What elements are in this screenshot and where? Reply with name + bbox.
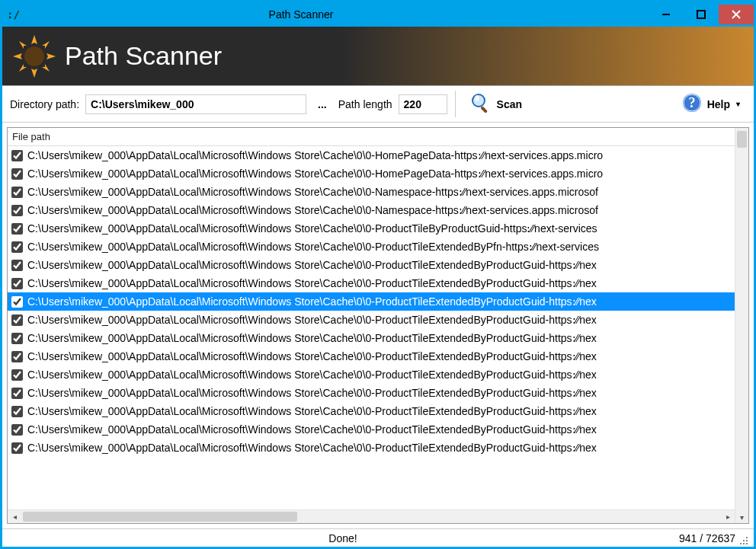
row-path: C:\Users\mikew_000\AppData\Local\Microso…: [27, 350, 597, 362]
row-path: C:\Users\mikew_000\AppData\Local\Microso…: [27, 314, 597, 326]
row-checkbox[interactable]: [11, 260, 23, 271]
table-row[interactable]: C:\Users\mikew_000\AppData\Local\Microso…: [8, 256, 735, 274]
row-path: C:\Users\mikew_000\AppData\Local\Microso…: [27, 204, 598, 216]
window-controls: [649, 5, 754, 24]
app-window: :/ Path Scanner: [2, 2, 754, 547]
row-checkbox[interactable]: [11, 187, 23, 198]
maximize-button[interactable]: [684, 5, 719, 24]
scroll-left-arrow-icon[interactable]: ◂: [8, 512, 21, 521]
table-row[interactable]: C:\Users\mikew_000\AppData\Local\Microso…: [8, 201, 735, 219]
table-row[interactable]: C:\Users\mikew_000\AppData\Local\Microso…: [8, 329, 735, 347]
dir-path-label: Directory path:: [10, 98, 79, 110]
table-row[interactable]: C:\Users\mikew_000\AppData\Local\Microso…: [8, 183, 735, 201]
svg-point-14: [475, 95, 479, 101]
svg-text:?: ?: [688, 95, 695, 110]
table-row[interactable]: C:\Users\mikew_000\AppData\Local\Microso…: [8, 219, 735, 238]
table-row[interactable]: C:\Users\mikew_000\AppData\Local\Microso…: [8, 274, 735, 292]
app-title: Path Scanner: [65, 41, 222, 71]
scroll-down-arrow-icon[interactable]: ▾: [735, 513, 748, 522]
chevron-down-icon: ▾: [736, 100, 740, 108]
svg-marker-11: [42, 64, 50, 72]
row-checkbox[interactable]: [11, 150, 23, 161]
row-checkbox[interactable]: [11, 241, 23, 253]
table-row[interactable]: C:\Users\mikew_000\AppData\Local\Microso…: [8, 146, 735, 164]
window-title: Path Scanner: [0, 8, 649, 21]
row-path: C:\Users\mikew_000\AppData\Local\Microso…: [27, 387, 597, 399]
svg-marker-8: [19, 41, 27, 49]
vertical-scrollbar[interactable]: ▾: [735, 128, 748, 523]
scan-label: Scan: [497, 98, 522, 110]
row-path: C:\Users\mikew_000\AppData\Local\Microso…: [27, 149, 603, 161]
svg-marker-4: [31, 35, 37, 44]
row-path: C:\Users\mikew_000\AppData\Local\Microso…: [27, 277, 597, 289]
row-checkbox[interactable]: [11, 168, 23, 180]
horizontal-scroll-thumb[interactable]: [23, 512, 297, 522]
svg-point-12: [24, 46, 44, 66]
row-checkbox[interactable]: [11, 205, 23, 216]
row-checkbox[interactable]: [11, 406, 23, 417]
svg-marker-6: [13, 53, 22, 59]
help-icon: ?: [681, 92, 703, 116]
row-path: C:\Users\mikew_000\AppData\Local\Microso…: [27, 332, 597, 344]
row-checkbox[interactable]: [11, 388, 23, 399]
row-path: C:\Users\mikew_000\AppData\Local\Microso…: [27, 222, 597, 235]
table-row[interactable]: C:\Users\mikew_000\AppData\Local\Microso…: [8, 365, 735, 384]
help-label: Help: [707, 98, 730, 110]
svg-rect-1: [697, 11, 705, 18]
table-row[interactable]: C:\Users\mikew_000\AppData\Local\Microso…: [8, 311, 735, 329]
row-checkbox[interactable]: [11, 424, 23, 436]
table-row[interactable]: C:\Users\mikew_000\AppData\Local\Microso…: [8, 292, 735, 311]
help-button[interactable]: ? Help ▾: [675, 89, 746, 119]
svg-marker-5: [31, 69, 37, 78]
svg-rect-15: [480, 106, 488, 113]
row-path: C:\Users\mikew_000\AppData\Local\Microso…: [27, 405, 597, 417]
title-bar[interactable]: :/ Path Scanner: [2, 2, 754, 27]
path-length-label: Path length: [338, 98, 392, 110]
results-area: File path C:\Users\mikew_000\AppData\Loc…: [2, 123, 754, 528]
row-checkbox[interactable]: [11, 314, 23, 326]
svg-marker-7: [46, 53, 56, 59]
status-counts: 941 / 72637: [679, 532, 738, 544]
app-header: Path Scanner: [2, 27, 754, 86]
column-header-file-path[interactable]: File path: [8, 128, 735, 146]
results-list[interactable]: C:\Users\mikew_000\AppData\Local\Microso…: [8, 146, 735, 509]
scroll-right-arrow-icon[interactable]: ▸: [721, 512, 735, 521]
dir-path-input[interactable]: [85, 94, 306, 114]
row-path: C:\Users\mikew_000\AppData\Local\Microso…: [27, 369, 597, 381]
row-path: C:\Users\mikew_000\AppData\Local\Microso…: [27, 442, 597, 454]
row-checkbox[interactable]: [11, 333, 23, 344]
table-row[interactable]: C:\Users\mikew_000\AppData\Local\Microso…: [8, 420, 735, 439]
table-row[interactable]: C:\Users\mikew_000\AppData\Local\Microso…: [8, 384, 735, 402]
table-row[interactable]: C:\Users\mikew_000\AppData\Local\Microso…: [8, 164, 735, 183]
row-checkbox[interactable]: [11, 442, 23, 454]
table-row[interactable]: C:\Users\mikew_000\AppData\Local\Microso…: [8, 402, 735, 420]
row-checkbox[interactable]: [11, 223, 23, 235]
row-path: C:\Users\mikew_000\AppData\Local\Microso…: [27, 241, 599, 253]
row-checkbox[interactable]: [11, 351, 23, 362]
row-path: C:\Users\mikew_000\AppData\Local\Microso…: [27, 423, 597, 436]
row-checkbox[interactable]: [11, 278, 23, 289]
resize-grip-icon[interactable]: [738, 535, 749, 546]
svg-marker-10: [19, 64, 27, 72]
vertical-scroll-thumb[interactable]: [737, 131, 747, 148]
browse-button[interactable]: ...: [312, 95, 332, 113]
svg-marker-9: [42, 41, 50, 49]
row-path: C:\Users\mikew_000\AppData\Local\Microso…: [27, 295, 597, 308]
table-row[interactable]: C:\Users\mikew_000\AppData\Local\Microso…: [8, 347, 735, 365]
separator: [455, 91, 456, 117]
row-path: C:\Users\mikew_000\AppData\Local\Microso…: [27, 168, 603, 180]
minimize-button[interactable]: [649, 5, 684, 24]
table-row[interactable]: C:\Users\mikew_000\AppData\Local\Microso…: [8, 238, 735, 256]
table-row[interactable]: C:\Users\mikew_000\AppData\Local\Microso…: [8, 439, 735, 457]
scan-button[interactable]: Scan: [463, 88, 528, 120]
close-button[interactable]: [719, 5, 754, 24]
status-message: Done!: [7, 532, 679, 544]
row-checkbox[interactable]: [11, 369, 23, 381]
path-length-input[interactable]: [399, 94, 447, 114]
results-frame: File path C:\Users\mikew_000\AppData\Loc…: [7, 127, 749, 524]
row-path: C:\Users\mikew_000\AppData\Local\Microso…: [27, 186, 598, 198]
row-path: C:\Users\mikew_000\AppData\Local\Microso…: [27, 259, 597, 271]
horizontal-scrollbar[interactable]: ◂ ▸: [8, 509, 735, 523]
row-checkbox[interactable]: [11, 296, 23, 308]
magnifier-icon: [469, 91, 492, 117]
